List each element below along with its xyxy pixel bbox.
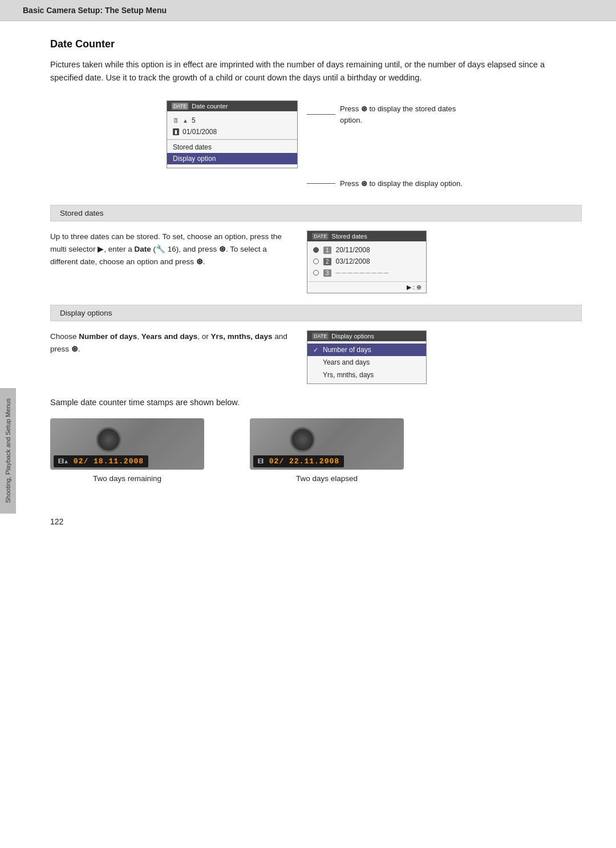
camera-lens-2 bbox=[290, 427, 315, 453]
display-options-content: Choose Number of days, Years and days, o… bbox=[50, 330, 582, 384]
menu-body: 🗓 ▲ 5 ▮ 01/01/2008 Stored dates Display … bbox=[167, 111, 297, 168]
menu-header: DATE Date counter bbox=[167, 101, 297, 111]
date-icon: DATE bbox=[172, 103, 188, 110]
stamp-text-2: 🎞 02/ 22.11.2008 bbox=[253, 455, 344, 467]
do-header: DATE Display options bbox=[307, 331, 426, 341]
sd-row-1: 1 20/11/2008 bbox=[313, 244, 420, 256]
main-content: Date Counter Pictures taken while this o… bbox=[16, 21, 616, 506]
sd-radio-3 bbox=[313, 270, 319, 276]
side-tab-label: Shooting, Playback and Setup Menus bbox=[5, 398, 11, 503]
display-options-bar: Display options bbox=[50, 305, 582, 321]
menu-header-label: Date counter bbox=[192, 103, 228, 110]
section-title: Date Counter bbox=[50, 38, 582, 50]
intro-text: Pictures taken while this option is in e… bbox=[50, 58, 546, 84]
sample-intro: Sample date counter time stamps are show… bbox=[50, 398, 582, 407]
do-check-1: ✓ bbox=[313, 346, 318, 354]
sd-chip-1: 1 bbox=[323, 247, 331, 254]
sample-item-2: 🎞 02/ 22.11.2008 Two days elapsed bbox=[250, 418, 404, 483]
do-label-3: Yrs, mnths, days bbox=[323, 371, 374, 379]
camera-lens-1 bbox=[96, 427, 121, 453]
menu-divider bbox=[167, 139, 297, 140]
date-bar-icon: ▮ bbox=[173, 128, 179, 135]
sd-date-1: 20/11/2008 bbox=[336, 246, 370, 254]
menu-row-stored: Stored dates bbox=[167, 142, 297, 153]
sd-date-2: 03/12/2008 bbox=[336, 257, 370, 265]
stored-dates-box: DATE Stored dates 1 20/11/2008 2 03/12/2… bbox=[307, 231, 427, 293]
header-title: Basic Camera Setup: The Setup Menu bbox=[23, 6, 167, 15]
sd-chip-3: 3 bbox=[323, 269, 331, 277]
callout-text-1: Press ⊛ to display the stored dates opti… bbox=[340, 103, 465, 126]
display-label: Display option bbox=[173, 155, 216, 163]
page-header: Basic Camera Setup: The Setup Menu bbox=[0, 0, 616, 21]
counter-icon: 🗓 bbox=[173, 117, 179, 124]
sample-item-1: 🎞▲ 02/ 18.11.2008 Two days remaining bbox=[50, 418, 204, 483]
stored-label: Stored dates bbox=[173, 143, 212, 151]
display-opts-box: DATE Display options ✓ Number of days ✓ … bbox=[307, 330, 427, 384]
samples-row: 🎞▲ 02/ 18.11.2008 Two days remaining 🎞 0… bbox=[50, 418, 582, 483]
sd-date-3: ───────── bbox=[336, 269, 390, 277]
do-row-2: ✓ Years and days bbox=[307, 356, 426, 369]
sample-caption-1: Two days remaining bbox=[93, 474, 161, 483]
sd-date-icon: DATE bbox=[312, 233, 329, 240]
sd-header-label: Stored dates bbox=[331, 233, 367, 240]
stored-dates-menu: DATE Stored dates 1 20/11/2008 2 03/12/2… bbox=[307, 231, 427, 293]
stored-dates-content: Up to three dates can be stored. To set,… bbox=[50, 231, 582, 293]
stored-dates-text: Up to three dates can be stored. To set,… bbox=[50, 231, 290, 268]
sample-stamp-1: 🎞▲ 02/ 18.11.2008 bbox=[50, 418, 204, 470]
date-counter-diagram: DATE Date counter 🗓 ▲ 5 ▮ 01/01/2008 Sto… bbox=[50, 100, 582, 189]
callout-line-2 bbox=[307, 183, 335, 184]
callouts-column: Press ⊛ to display the stored dates opti… bbox=[307, 100, 465, 189]
triangle-icon: ▲ bbox=[183, 118, 188, 124]
sample-section: Sample date counter time stamps are show… bbox=[50, 398, 582, 483]
sd-chip-2: 2 bbox=[323, 258, 331, 265]
sd-row-3: 3 ───────── bbox=[313, 267, 420, 278]
callout-2: Press ⊛ to display the display option. bbox=[307, 178, 465, 189]
counter-value: 5 bbox=[192, 116, 196, 124]
sd-header: DATE Stored dates bbox=[307, 231, 426, 241]
date-counter-menu: DATE Date counter 🗓 ▲ 5 ▮ 01/01/2008 Sto… bbox=[167, 100, 298, 168]
menu-date-value: 01/01/2008 bbox=[183, 128, 217, 136]
do-header-label: Display options bbox=[331, 333, 374, 340]
sample-stamp-2: 🎞 02/ 22.11.2008 bbox=[250, 418, 404, 470]
do-row-3: ✓ Yrs, mnths, days bbox=[307, 369, 426, 381]
do-label-2: Years and days bbox=[323, 358, 370, 366]
display-options-text: Choose Number of days, Years and days, o… bbox=[50, 330, 290, 355]
sd-footer-text: ▶ : ⊕ bbox=[407, 284, 422, 291]
stored-dates-bar: Stored dates bbox=[50, 205, 582, 221]
stamp-overlay-2: 🎞 02/ 22.11.2008 bbox=[250, 453, 404, 470]
callout-1: Press ⊛ to display the stored dates opti… bbox=[307, 103, 465, 126]
callout-line-1 bbox=[307, 114, 335, 115]
menu-row-display: Display option bbox=[167, 153, 297, 164]
menu-row-date: ▮ 01/01/2008 bbox=[167, 126, 297, 138]
do-date-icon: DATE bbox=[312, 333, 329, 340]
page-number: 122 bbox=[16, 506, 616, 538]
sd-body: 1 20/11/2008 2 03/12/2008 3 ───────── bbox=[307, 241, 426, 281]
side-tab: Shooting, Playback and Setup Menus bbox=[0, 388, 16, 514]
menu-row-counter: 🗓 ▲ 5 bbox=[167, 115, 297, 126]
sample-caption-2: Two days elapsed bbox=[296, 474, 358, 483]
do-label-1: Number of days bbox=[323, 346, 371, 354]
do-body: ✓ Number of days ✓ Years and days ✓ Yrs,… bbox=[307, 341, 426, 383]
sd-radio-2 bbox=[313, 259, 319, 264]
sd-row-2: 2 03/12/2008 bbox=[313, 256, 420, 267]
stamp-overlay-1: 🎞▲ 02/ 18.11.2008 bbox=[50, 453, 204, 470]
display-options-menu: DATE Display options ✓ Number of days ✓ … bbox=[307, 330, 427, 384]
do-row-1: ✓ Number of days bbox=[307, 344, 426, 356]
stamp-text-1: 🎞▲ 02/ 18.11.2008 bbox=[54, 455, 148, 467]
sd-radio-1 bbox=[313, 247, 319, 253]
callout-text-2: Press ⊛ to display the display option. bbox=[340, 178, 463, 189]
sd-footer: ▶ : ⊕ bbox=[307, 281, 426, 293]
